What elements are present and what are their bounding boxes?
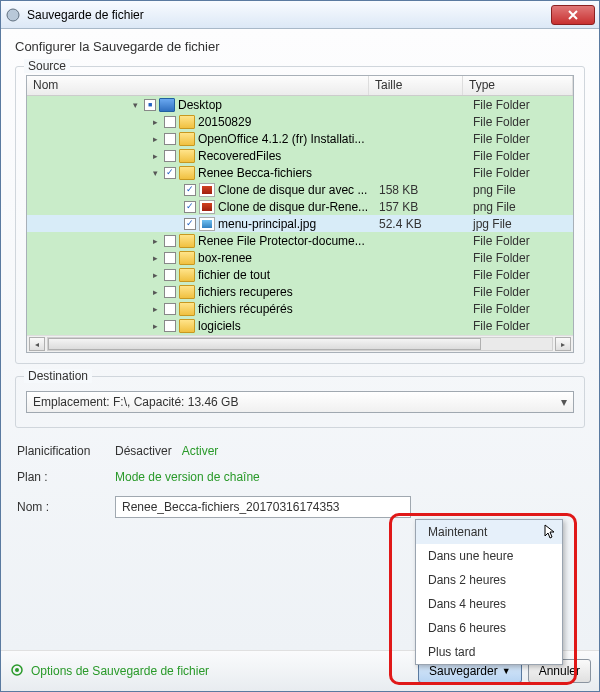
source-group: Source Nom Taille Type ▾DesktopFile Fold… [15,66,585,364]
menu-item[interactable]: Dans 6 heures [416,616,562,640]
column-size[interactable]: Taille [369,76,463,95]
checkbox[interactable] [164,116,176,128]
checkbox[interactable] [164,320,176,332]
expander-icon[interactable]: ▸ [150,150,161,161]
menu-item[interactable]: Dans 4 heures [416,592,562,616]
row-name: 20150829 [198,115,251,129]
row-name: fichiers recuperes [198,285,293,299]
expander-icon[interactable]: ▸ [150,116,161,127]
tree-row[interactable]: ▸Renee File Protector-docume...File Fold… [27,232,573,249]
menu-item[interactable]: Plus tard [416,640,562,664]
row-type: File Folder [469,149,573,163]
tree-body[interactable]: ▾DesktopFile Folder▸20150829File Folder▸… [27,96,573,335]
folder-icon [179,234,195,248]
save-dropdown-menu: MaintenantDans une heureDans 2 heuresDan… [415,519,563,665]
row-name: menu-principal.jpg [218,217,316,231]
expander-icon[interactable]: ▸ [150,235,161,246]
scroll-track[interactable] [47,337,553,351]
tree-row[interactable]: Clone de disque dur-Rene...157 KBpng Fil… [27,198,573,215]
expander-icon[interactable]: ▸ [150,286,161,297]
checkbox[interactable] [164,303,176,315]
schedule-enable-link[interactable]: Activer [182,444,219,458]
folder-icon [179,302,195,316]
checkbox[interactable] [164,269,176,281]
checkbox[interactable] [144,99,156,111]
row-type: png File [469,200,573,214]
close-button[interactable] [551,5,595,25]
scroll-left-button[interactable]: ◂ [29,337,45,351]
expander-icon[interactable]: ▸ [150,269,161,280]
checkbox[interactable] [164,133,176,145]
row-name: box-renee [198,251,252,265]
tree-row[interactable]: ▸20150829File Folder [27,113,573,130]
row-type: jpg File [469,217,573,231]
row-name: fichiers récupérés [198,302,293,316]
checkbox[interactable] [164,286,176,298]
menu-item[interactable]: Maintenant [416,520,562,544]
destination-select[interactable]: Emplacement: F:\, Capacité: 13.46 GB [26,391,574,413]
cancel-label: Annuler [539,664,580,678]
expander-icon[interactable]: ▸ [150,252,161,263]
backup-dialog: Sauvegarde de fichier Configurer la Sauv… [0,0,600,692]
checkbox[interactable] [184,184,196,196]
svg-point-0 [7,9,19,21]
plan-value[interactable]: Mode de version de chaîne [115,470,260,484]
save-label: Sauvegarder [429,664,498,678]
tree-row[interactable]: ▾Renee Becca-fichiersFile Folder [27,164,573,181]
tree-row[interactable]: ▸fichier de toutFile Folder [27,266,573,283]
tree-row[interactable]: ▸box-reneeFile Folder [27,249,573,266]
row-type: File Folder [469,302,573,316]
menu-item[interactable]: Dans une heure [416,544,562,568]
checkbox[interactable] [164,252,176,264]
tree-row[interactable]: ▸logicielsFile Folder [27,317,573,334]
window-title: Sauvegarde de fichier [27,8,551,22]
checkbox[interactable] [184,218,196,230]
scroll-thumb[interactable] [48,338,481,350]
row-name: Desktop [178,98,222,112]
png-icon [199,183,215,197]
checkbox[interactable] [164,167,176,179]
expander-icon[interactable]: ▸ [150,303,161,314]
folder-icon [179,285,195,299]
backup-name-input[interactable] [115,496,411,518]
menu-item[interactable]: Dans 2 heures [416,568,562,592]
checkbox[interactable] [164,150,176,162]
expander-icon[interactable]: ▾ [150,167,161,178]
row-type: File Folder [469,132,573,146]
expander-icon[interactable]: ▾ [130,99,141,110]
options-link[interactable]: Options de Sauvegarde de fichier [9,662,412,681]
row-name: OpenOffice 4.1.2 (fr) Installati... [198,132,365,146]
tree-row[interactable]: Clone de disque dur avec ...158 KBpng Fi… [27,181,573,198]
gear-icon [9,662,25,681]
row-type: png File [469,183,573,197]
tree-row[interactable]: ▸fichiers récupérésFile Folder [27,300,573,317]
expander-icon[interactable]: ▸ [150,320,161,331]
horizontal-scrollbar[interactable]: ◂ ▸ [27,335,573,352]
cursor-icon [544,524,558,543]
row-size: 158 KB [375,183,469,197]
tree-row[interactable]: ▾DesktopFile Folder [27,96,573,113]
scroll-right-button[interactable]: ▸ [555,337,571,351]
expander-icon[interactable]: ▸ [150,133,161,144]
png-icon [199,200,215,214]
checkbox[interactable] [164,235,176,247]
column-name[interactable]: Nom [27,76,369,95]
row-size: 157 KB [375,200,469,214]
checkbox[interactable] [184,201,196,213]
expander-icon [170,184,181,195]
column-type[interactable]: Type [463,76,573,95]
tree-row[interactable]: ▸OpenOffice 4.1.2 (fr) Installati...File… [27,130,573,147]
tree-row[interactable]: ▸fichiers recuperesFile Folder [27,283,573,300]
row-name: logiciels [198,319,241,333]
source-label: Source [24,59,70,73]
desktop-icon [159,98,175,112]
expander-icon [170,218,181,229]
row-name: Renee File Protector-docume... [198,234,365,248]
row-type: File Folder [469,234,573,248]
schedule-disable-link[interactable]: Désactiver [115,444,172,458]
folder-icon [179,319,195,333]
row-type: File Folder [469,285,573,299]
tree-row[interactable]: ▸RecoveredFilesFile Folder [27,147,573,164]
titlebar[interactable]: Sauvegarde de fichier [1,1,599,29]
tree-row[interactable]: menu-principal.jpg52.4 KBjpg File [27,215,573,232]
